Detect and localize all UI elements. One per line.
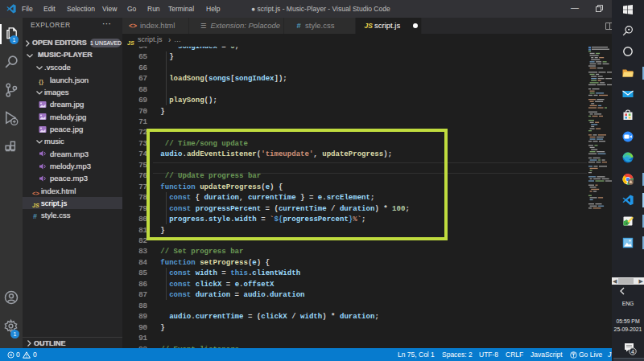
svg-text:4: 4 bbox=[631, 349, 634, 355]
